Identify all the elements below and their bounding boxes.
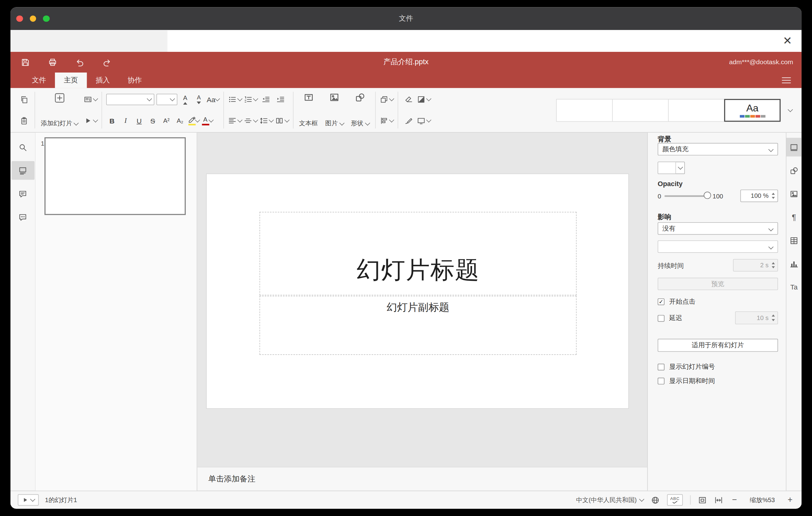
text-art-settings-tab[interactable]: Ta xyxy=(786,278,802,296)
slides-panel-button[interactable] xyxy=(11,161,34,180)
start-on-click-checkbox[interactable]: ✓ xyxy=(658,298,665,305)
insert-shape-button[interactable]: 形状 xyxy=(347,91,373,130)
show-date-time-checkbox[interactable] xyxy=(658,378,665,384)
redo-button[interactable] xyxy=(99,55,114,69)
notes-area[interactable]: 单击添加备注 xyxy=(197,467,647,491)
paste-button[interactable] xyxy=(18,114,31,127)
horizontal-align-button[interactable] xyxy=(228,114,241,127)
delay-spinner[interactable]: 10 s xyxy=(735,311,778,324)
theme-gallery-expand-button[interactable] xyxy=(784,104,796,117)
transition-effect-select[interactable]: 没有 xyxy=(658,222,778,234)
shape-settings-tab[interactable] xyxy=(786,161,802,180)
increase-font-label: A xyxy=(183,94,187,101)
font-color-button[interactable]: A xyxy=(201,114,213,127)
insert-textbox-button[interactable]: 文本框 xyxy=(295,91,321,130)
delay-checkbox[interactable] xyxy=(658,315,665,322)
hamburger-icon xyxy=(782,77,791,84)
change-case-button[interactable]: Aa xyxy=(207,93,219,106)
language-selector[interactable]: 中文(中华人民共和国) xyxy=(576,496,643,505)
comments-panel-button[interactable] xyxy=(11,184,34,203)
status-bar: 1的幻灯片1 中文(中华人民共和国) ABC − 缩放%53 + xyxy=(10,491,802,509)
decrease-indent-button[interactable] xyxy=(259,93,272,106)
theme-option-2[interactable] xyxy=(612,99,669,122)
vertical-align-button[interactable] xyxy=(243,114,257,127)
line-spacing-button[interactable] xyxy=(259,114,273,127)
chevron-down-icon xyxy=(253,117,258,122)
fit-width-icon[interactable] xyxy=(714,496,723,505)
fit-slide-icon[interactable] xyxy=(698,496,707,505)
copy-style-button[interactable] xyxy=(402,114,415,127)
globe-icon[interactable] xyxy=(651,496,660,505)
preview-button[interactable]: 预览 xyxy=(658,278,778,290)
apply-to-all-button[interactable]: 适用于所有幻灯片 xyxy=(658,339,778,352)
copy-button[interactable] xyxy=(18,93,31,106)
font-name-select[interactable] xyxy=(106,94,154,105)
slide-canvas[interactable]: 幻灯片标题 幻灯片副标题 xyxy=(206,173,629,409)
tab-file[interactable]: 文件 xyxy=(23,73,55,88)
background-color-picker[interactable] xyxy=(658,162,685,174)
zoom-in-button[interactable]: + xyxy=(786,495,794,505)
show-slide-number-checkbox[interactable] xyxy=(658,364,665,370)
slide-thumbnail-number: 1 xyxy=(41,140,44,147)
align-shape-button[interactable] xyxy=(379,114,393,127)
opacity-spinner[interactable]: 100 % xyxy=(741,190,778,202)
insert-image-button[interactable]: 图片 xyxy=(321,91,347,130)
chart-settings-tab[interactable] xyxy=(786,254,802,273)
save-button[interactable] xyxy=(18,55,32,69)
tab-home[interactable]: 主页 xyxy=(55,73,87,88)
bold-button[interactable]: B xyxy=(106,114,118,127)
slide-thumbnail[interactable] xyxy=(45,137,186,215)
opacity-slider-knob[interactable] xyxy=(704,192,711,199)
search-panel-button[interactable] xyxy=(11,138,34,156)
subtitle-placeholder[interactable]: 幻灯片副标题 xyxy=(259,296,577,355)
left-icon-sidebar xyxy=(10,133,35,491)
arrange-shape-button[interactable] xyxy=(379,93,393,106)
increase-indent-button[interactable] xyxy=(274,93,287,106)
underline-button[interactable]: U xyxy=(133,114,145,127)
table-settings-tab[interactable] xyxy=(786,231,802,250)
close-icon[interactable]: ✕ xyxy=(780,34,795,48)
numbered-list-button[interactable] xyxy=(243,93,257,106)
tab-collaboration[interactable]: 协作 xyxy=(119,73,150,88)
strikethrough-button[interactable]: S xyxy=(147,114,158,127)
opacity-slider-track[interactable] xyxy=(665,195,708,197)
decrease-indent-icon xyxy=(261,95,270,104)
undo-button[interactable] xyxy=(72,55,87,69)
paragraph-settings-tab[interactable]: ¶ xyxy=(786,208,802,226)
tab-insert[interactable]: 插入 xyxy=(87,73,119,88)
spell-check-button[interactable]: ABC xyxy=(667,494,683,506)
transition-variant-select[interactable] xyxy=(658,240,778,253)
image-icon xyxy=(329,92,340,103)
print-button[interactable] xyxy=(45,55,60,69)
columns-button[interactable] xyxy=(275,114,288,127)
slide-settings-tab[interactable] xyxy=(786,138,802,156)
image-settings-tab[interactable] xyxy=(786,184,802,203)
background-fill-select[interactable]: 颜色填充 xyxy=(658,143,778,155)
slide-size-button[interactable] xyxy=(417,114,430,127)
chat-panel-button[interactable] xyxy=(11,208,34,226)
bullet-list-button[interactable] xyxy=(228,93,241,106)
decrease-font-button[interactable]: A xyxy=(193,93,205,106)
italic-button[interactable]: I xyxy=(120,114,131,127)
title-placeholder[interactable]: 幻灯片标题 xyxy=(259,212,577,295)
eraser-icon xyxy=(404,95,412,104)
theme-option-3[interactable] xyxy=(668,99,725,122)
add-slide-button[interactable]: 添加幻灯片 xyxy=(37,91,82,130)
clear-style-button[interactable] xyxy=(402,93,415,106)
chevron-down-icon xyxy=(237,117,242,122)
zoom-out-button[interactable]: − xyxy=(730,495,738,505)
start-slideshow-button[interactable] xyxy=(84,114,97,127)
increase-font-button[interactable]: A xyxy=(179,93,191,106)
view-settings-button[interactable] xyxy=(780,74,793,86)
subscript-button[interactable]: A₂ xyxy=(174,114,186,127)
superscript-button[interactable]: A² xyxy=(161,114,172,127)
highlight-color-button[interactable] xyxy=(188,114,199,127)
start-slideshow-statusbar-button[interactable] xyxy=(18,494,39,506)
font-size-select[interactable] xyxy=(156,94,177,105)
duration-spinner[interactable]: 2 s xyxy=(733,259,778,271)
color-scheme-button[interactable] xyxy=(417,93,430,106)
theme-option-1[interactable] xyxy=(556,99,613,122)
theme-option-selected[interactable]: Aa xyxy=(724,99,781,122)
slide-layout-button[interactable] xyxy=(84,93,97,106)
background-fill-value: 颜色填充 xyxy=(662,145,689,154)
